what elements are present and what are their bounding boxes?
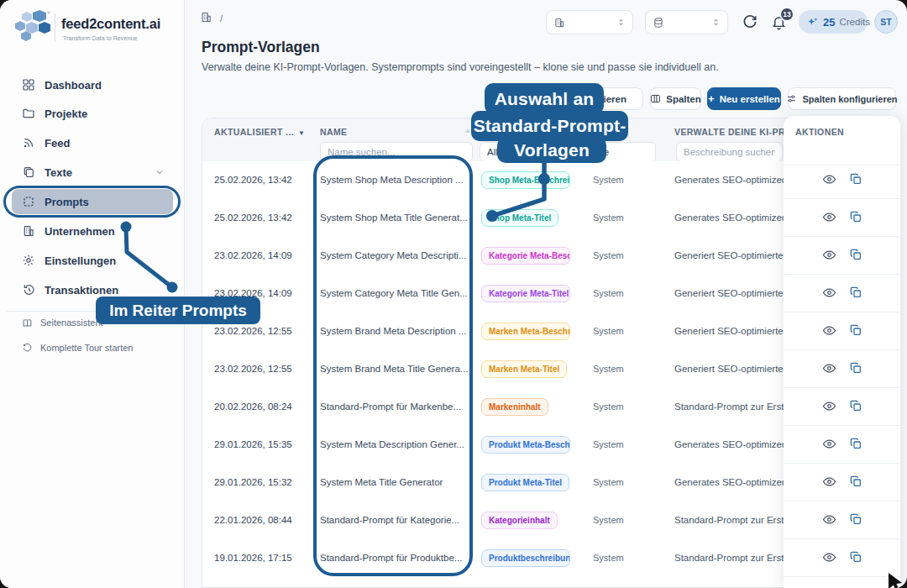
duplicate-button[interactable]: [849, 172, 862, 186]
view-button[interactable]: [822, 437, 836, 451]
sort-asc-icon[interactable]: ▲: [464, 127, 471, 134]
plus-icon: +: [708, 92, 715, 105]
duplicate-button[interactable]: [849, 512, 862, 526]
view-button[interactable]: [822, 323, 836, 338]
view-button[interactable]: [822, 172, 836, 186]
company-select[interactable]: [546, 10, 633, 34]
sidebar-item-einstellungen[interactable]: Einstellungen: [12, 248, 173, 273]
row-updated: 23.02.2026, 14:09: [214, 237, 315, 275]
grid-icon: [22, 78, 35, 92]
duplicate-button[interactable]: [849, 286, 862, 299]
row-description: Generates SEO-optimized m: [674, 426, 792, 464]
restart-icon: [22, 343, 33, 354]
row-description: Standard-Prompt zur Erstell: [674, 539, 792, 577]
database-icon: [653, 17, 664, 29]
duplicate-button[interactable]: [849, 210, 862, 223]
brand-name: feed2content.ai: [61, 16, 160, 32]
duplicate-button[interactable]: [849, 475, 862, 488]
sidebar: feed2content.ai Transform Data to Revenu…: [0, 0, 185, 588]
breadcrumb-building-icon[interactable]: [200, 11, 212, 24]
sidebar-item-label: Transaktionen: [45, 284, 118, 297]
refresh-icon[interactable]: [742, 13, 758, 30]
row-updated: 25.02.2026, 13:42: [214, 161, 315, 199]
row-description: Standard-Prompt zur Erstell: [674, 501, 792, 539]
row-name: Standard-Prompt für Markenbe...: [320, 388, 476, 426]
row-name: System Category Meta Title Gen...: [320, 275, 476, 312]
sidebar-item-label: Dashboard: [45, 79, 102, 92]
row-type: System: [593, 312, 664, 350]
view-button[interactable]: [822, 399, 836, 413]
row-badge: Markeninhalt: [481, 398, 548, 416]
logo-divider: [55, 13, 55, 42]
description-filter-input[interactable]: [676, 142, 783, 162]
sidebar-item-komplette-tour[interactable]: Komplette Tour starten: [15, 338, 175, 358]
configure-columns-button[interactable]: Spalten konfigurieren: [788, 87, 896, 110]
row-description: Generiert SEO-optimierte M: [674, 237, 792, 275]
row-badge: Marken Meta-Titel: [481, 360, 567, 378]
project-select[interactable]: [645, 10, 728, 34]
actions-row: [784, 387, 900, 426]
actions-row: [784, 538, 900, 577]
row-type: System: [593, 501, 664, 539]
view-button[interactable]: [822, 512, 836, 527]
sidebar-item-unternehmen[interactable]: Unternehmen: [12, 218, 173, 244]
row-description: Generates SEO-optimized m: [674, 464, 792, 501]
actions-row: [784, 274, 900, 312]
column-header-name[interactable]: NAME▲: [320, 127, 476, 137]
sidebar-item-prompts[interactable]: Prompts: [12, 189, 173, 214]
view-button[interactable]: [822, 286, 836, 300]
row-badge: Marken Meta-Beschreibun: [481, 323, 570, 340]
credits-pill[interactable]: 25 Credits: [799, 10, 868, 34]
avatar[interactable]: ST: [874, 10, 898, 34]
duplicate-button[interactable]: [849, 550, 862, 564]
column-header-description[interactable]: VERWALTE DEINE KI-PROMPT-VORLAGEN: [674, 127, 792, 137]
sidebar-item-dashboard[interactable]: Dashboard: [12, 72, 173, 97]
sidebar-item-texte[interactable]: Texte: [12, 160, 173, 185]
sidebar-item-projekte[interactable]: Projekte: [12, 101, 173, 126]
annotation-callout-selection-line3: Vorlagen: [497, 137, 606, 163]
view-button[interactable]: [822, 475, 836, 489]
row-badge: Produkt Meta-Titel: [481, 474, 569, 491]
duplicate-button[interactable]: [849, 399, 862, 412]
actions-row: [784, 463, 900, 501]
view-button[interactable]: [822, 210, 836, 224]
sidebar-item-label: Texte: [45, 166, 72, 179]
brand-tagline: Transform Data to Revenue: [63, 34, 137, 42]
sidebar-item-feed[interactable]: Feed: [12, 130, 173, 155]
breadcrumb: /: [220, 13, 223, 24]
row-description: Generates SEO-optimized m: [674, 161, 792, 199]
row-updated: 25.02.2026, 13:42: [214, 199, 315, 237]
sidebar-item-label: Prompts: [45, 196, 89, 208]
chevron-down-icon: [155, 167, 165, 177]
row-badge: Shop Meta-Titel: [481, 209, 558, 227]
name-filter-input[interactable]: [320, 142, 473, 162]
row-name: Standard-Prompt für Kategorie...: [320, 501, 476, 539]
actions-row: [784, 236, 900, 275]
row-type: System: [593, 426, 664, 464]
row-description: Generiert SEO-optimierte M: [674, 312, 792, 350]
duplicate-button[interactable]: [849, 437, 862, 450]
column-header-actions: AKTIONEN: [795, 127, 844, 137]
row-description: Generates SEO-optimized m: [674, 199, 792, 237]
view-button[interactable]: [822, 361, 836, 375]
row-type: [593, 577, 664, 588]
column-header-updated[interactable]: AKTUALISIERT ...▼: [214, 127, 305, 137]
actions-panel: AKTIONEN: [784, 116, 900, 588]
columns-button[interactable]: Spalten: [650, 87, 701, 110]
sort-desc-icon[interactable]: ▼: [298, 129, 305, 137]
building-icon: [553, 17, 565, 29]
duplicate-button[interactable]: [849, 248, 862, 261]
row-type: System: [593, 161, 664, 199]
sliders-icon: [786, 93, 797, 104]
view-button[interactable]: [822, 248, 836, 262]
duplicate-button[interactable]: [849, 323, 862, 337]
row-type: System: [593, 199, 664, 237]
view-button[interactable]: [822, 550, 836, 564]
row-name: System Meta Description Gener...: [320, 426, 476, 464]
row-type: System: [593, 275, 664, 312]
select-caret-icon: [616, 17, 626, 28]
brand-logo-icon: [13, 10, 52, 49]
row-description: Generiert SEO-optimierte M: [674, 275, 792, 312]
new-button[interactable]: + Neu erstellen: [707, 87, 781, 110]
duplicate-button[interactable]: [849, 361, 862, 375]
